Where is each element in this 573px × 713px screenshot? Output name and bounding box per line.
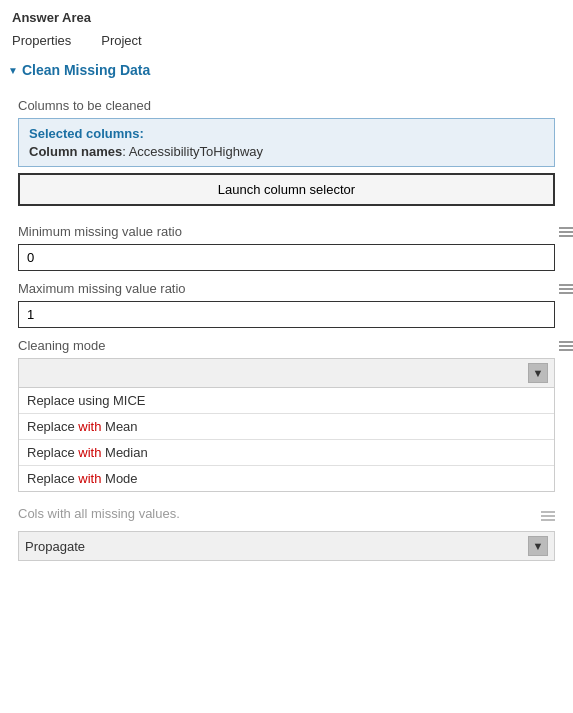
cleaning-mode-label: Cleaning mode [18, 338, 105, 353]
selected-columns-box: Selected columns: Column names: Accessib… [18, 118, 555, 167]
min-missing-drag-handle[interactable] [559, 227, 573, 237]
cols-missing-dropdown-trigger[interactable]: Propagate ▼ [18, 531, 555, 561]
column-names-line: Column names: AccessibilityToHighway [29, 144, 544, 159]
column-names-value: AccessibilityToHighway [129, 144, 263, 159]
highlight-with-mean: with [78, 419, 101, 434]
tab-project[interactable]: Project [101, 33, 141, 50]
min-missing-label: Minimum missing value ratio [18, 224, 182, 239]
column-names-label: Column names [29, 144, 122, 159]
chevron-icon: ▼ [8, 65, 18, 76]
max-missing-label: Maximum missing value ratio [18, 281, 186, 296]
answer-area-label: Answer Area [0, 0, 573, 29]
section-title: Clean Missing Data [22, 62, 150, 78]
columns-to-be-cleaned-label: Columns to be cleaned [18, 98, 555, 113]
min-missing-label-row: Minimum missing value ratio [18, 224, 555, 239]
tabs-bar: Properties Project [0, 29, 573, 56]
highlight-with-mode: with [78, 471, 101, 486]
cols-missing-section: Cols with all missing values. Propagate … [18, 506, 555, 561]
dropdown-item-mode[interactable]: Replace with Mode [19, 466, 554, 491]
cleaning-mode-dropdown-trigger[interactable]: ▼ [18, 358, 555, 388]
cleaning-mode-dropdown-list: Replace using MICE Replace with Mean Rep… [18, 388, 555, 492]
max-missing-input[interactable] [18, 301, 555, 328]
highlight-with-median: with [78, 445, 101, 460]
cleaning-mode-label-row: Cleaning mode [18, 338, 555, 353]
cols-missing-dropdown-arrow[interactable]: ▼ [528, 536, 548, 556]
section-header[interactable]: ▼ Clean Missing Data [0, 56, 573, 84]
cols-missing-dropdown-text: Propagate [25, 539, 528, 554]
cleaning-mode-section: Cleaning mode ▼ Replace using MICE Repla… [18, 338, 555, 492]
dropdown-item-mean[interactable]: Replace with Mean [19, 414, 554, 440]
min-missing-input-row [18, 244, 555, 271]
cols-missing-label-row: Cols with all missing values. [18, 506, 555, 526]
cleaning-mode-dropdown-arrow[interactable]: ▼ [528, 363, 548, 383]
max-missing-drag-handle[interactable] [559, 284, 573, 294]
dropdown-item-median[interactable]: Replace with Median [19, 440, 554, 466]
cleaning-mode-drag-handle[interactable] [559, 341, 573, 351]
content-area: Columns to be cleaned Selected columns: … [0, 84, 573, 571]
max-missing-input-row [18, 301, 555, 328]
max-missing-label-row: Maximum missing value ratio [18, 281, 555, 296]
tab-properties[interactable]: Properties [12, 33, 71, 50]
launch-column-selector-button[interactable]: Launch column selector [18, 173, 555, 206]
min-missing-input[interactable] [18, 244, 555, 271]
dropdown-item-mice[interactable]: Replace using MICE [19, 388, 554, 414]
cols-missing-drag-handle[interactable] [541, 511, 555, 521]
cols-missing-label: Cols with all missing values. [18, 506, 180, 521]
selected-columns-title: Selected columns: [29, 126, 544, 141]
